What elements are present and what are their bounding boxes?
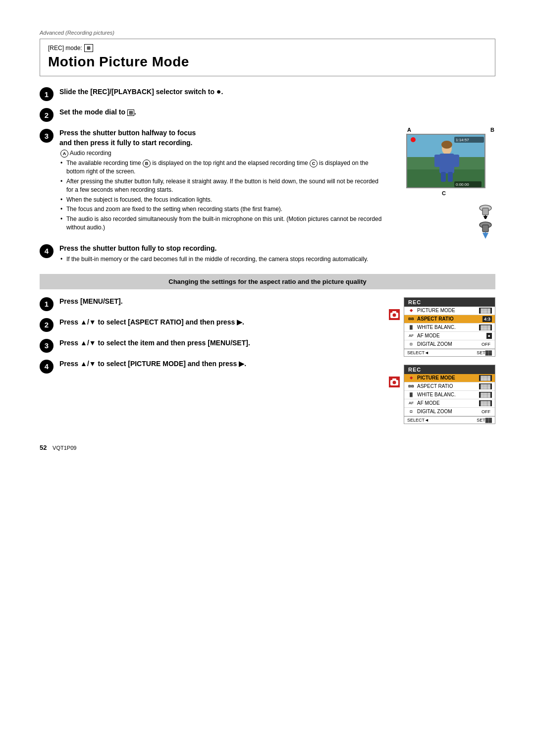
step-2: 2 Set the mode dial to ⊞. <box>40 108 495 122</box>
step-3-number: 3 <box>40 129 54 143</box>
step-2-number: 2 <box>40 108 54 122</box>
label-a: A <box>407 127 411 133</box>
page-subtitle: Advanced (Recording pictures) <box>40 30 495 36</box>
menu1-item-5: ◘ DIGITAL ZOOM OFF <box>404 340 495 349</box>
bottom-step-4-number: 4 <box>40 360 54 374</box>
bottom-step-3-number: 3 <box>40 339 54 353</box>
rec-mode-icon: ⊞ <box>84 44 93 52</box>
menu1-group: REC ◆ PICTURE MODE ▓▓▓ BB ASPECT RATIO 4… <box>389 297 495 357</box>
svg-point-25 <box>393 380 396 384</box>
svg-rect-7 <box>441 172 446 182</box>
menu2-item-5: ◘ DIGITAL ZOOM OFF <box>404 408 495 416</box>
step-3-section: 3 Press the shutter button halfway to fo… <box>40 129 495 240</box>
svg-rect-5 <box>434 155 440 167</box>
step-3-content: Press the shutter button halfway to focu… <box>59 129 386 233</box>
svg-point-10 <box>411 137 416 142</box>
step-3-sub: and then press it fully to start recordi… <box>59 139 386 147</box>
step-4-notes: If the built-in memory or the card becom… <box>59 255 495 264</box>
menu1-cam-icon <box>389 309 400 320</box>
menu2-mockup: REC ◆ PICTURE MODE ▓▓▓ BB ASPECT RATIO ▓… <box>404 365 495 424</box>
step-4: 4 Press the shutter button fully to stop… <box>40 244 495 265</box>
svg-rect-8 <box>448 172 453 182</box>
title-box: [REC] mode: ⊞ Motion Picture Mode <box>40 39 495 76</box>
svg-rect-23 <box>392 311 396 313</box>
step-2-text: Set the mode dial to ⊞. <box>59 108 495 116</box>
mode-dial-icon: ⊞ <box>127 109 134 116</box>
shutter-full-icon <box>476 221 495 239</box>
bottom-step-2-number: 2 <box>40 318 54 332</box>
settings-banner: Changing the settings for the aspect rat… <box>40 274 495 289</box>
step-1-content: Slide the [REC]/[PLAYBACK] selector swit… <box>59 87 495 98</box>
menu1-item-3: ▓ WHITE BALANC. ▓▓▓ <box>404 324 495 332</box>
shutter-icons <box>476 204 495 239</box>
page-number: 52 <box>40 444 47 451</box>
step-1-text: Slide the [REC]/[PLAYBACK] selector swit… <box>59 87 495 96</box>
bottom-step-3-content: Press ▲/▼ to select the item and then pr… <box>59 339 379 349</box>
bottom-step-2-text: Press ▲/▼ to select [ASPECT RATIO] and t… <box>59 318 379 326</box>
shutter-half-icon <box>476 204 495 219</box>
step-4-content: Press the shutter button fully to stop r… <box>59 244 495 265</box>
label-b: B <box>490 127 494 133</box>
menu2-footer: SELECT◄ SET▓▓ <box>404 416 495 424</box>
menu2-header: REC <box>404 365 495 374</box>
bottom-step-4: 4 Press ▲/▼ to select [PICTURE MODE] and… <box>40 360 379 374</box>
menu1-footer: SELECT◄ SET▓▓ <box>404 349 495 356</box>
note-5: The audio is also recorded simultaneousl… <box>59 215 386 232</box>
menu2-group: REC ◆ PICTURE MODE ▓▓▓ BB ASPECT RATIO ▓… <box>389 365 495 424</box>
step-3: 3 Press the shutter button halfway to fo… <box>40 129 386 233</box>
note-1: The available recording time B is displa… <box>59 159 386 176</box>
menu2-item-2: BB ASPECT RATIO ▓▓▓ <box>404 382 495 391</box>
bottom-step-4-text: Press ▲/▼ to select [PICTURE MODE] and t… <box>59 360 379 368</box>
camera-illustration: A B <box>396 129 495 240</box>
menu1-item-2: BB ASPECT RATIO 4:3 <box>404 315 495 324</box>
step-1-number: 1 <box>40 87 54 101</box>
rec-mode-line: [REC] mode: ⊞ <box>48 44 487 52</box>
note-2: After pressing the shutter button fully,… <box>59 177 386 194</box>
menu2-item-1: ◆ PICTURE MODE ▓▓▓ <box>404 374 495 382</box>
bottom-step-3: 3 Press ▲/▼ to select the item and then … <box>40 339 379 353</box>
bottom-step-1-number: 1 <box>40 297 54 311</box>
menu2-item-4: AF AF MODE ▓▓▓ <box>404 399 495 408</box>
step-3-left: 3 Press the shutter button halfway to fo… <box>40 129 386 240</box>
note-audio-label: A Audio recording <box>59 150 386 158</box>
step-3-notes: A Audio recording The available recordin… <box>59 150 386 232</box>
svg-text:0:00:00: 0:00:00 <box>456 182 469 187</box>
menu1-item-4: AF AF MODE ● <box>404 332 495 340</box>
bottom-step-1-content: Press [MENU/SET]. <box>59 297 379 307</box>
menu1-mockup: REC ◆ PICTURE MODE ▓▓▓ BB ASPECT RATIO 4… <box>404 297 495 357</box>
menu2-item-3: ▓ WHITE BALANC. ▓▓▓ <box>404 391 495 399</box>
step-2-content: Set the mode dial to ⊞. <box>59 108 495 118</box>
svg-rect-6 <box>453 155 459 167</box>
bottom-steps: 1 Press [MENU/SET]. 2 Press ▲/▼ to selec… <box>40 297 495 424</box>
page-title: Motion Picture Mode <box>48 54 487 70</box>
note-4: The focus and zoom are fixed to the sett… <box>59 205 386 214</box>
right-screens: REC ◆ PICTURE MODE ▓▓▓ BB ASPECT RATIO 4… <box>389 297 495 424</box>
menu2-cam-icon <box>389 377 400 387</box>
bottom-steps-left: 1 Press [MENU/SET]. 2 Press ▲/▼ to selec… <box>40 297 379 424</box>
note-3: When the subject is focused, the focus i… <box>59 196 386 204</box>
bottom-step-4-content: Press ▲/▼ to select [PICTURE MODE] and t… <box>59 360 379 370</box>
svg-point-9 <box>441 141 452 149</box>
svg-text:1:14:57: 1:14:57 <box>456 138 469 142</box>
step-1: 1 Slide the [REC]/[PLAYBACK] selector sw… <box>40 87 495 101</box>
bottom-step-1-text: Press [MENU/SET]. <box>59 297 379 305</box>
camera-wrapper: A B <box>406 134 495 188</box>
svg-point-22 <box>393 313 396 317</box>
label-c: C <box>442 190 446 196</box>
page-code: VQT1P09 <box>53 445 76 451</box>
step-4-main: Press the shutter button fully to stop r… <box>59 244 495 252</box>
step-4-note-1: If the built-in memory or the card becom… <box>59 255 495 264</box>
step-3-main: Press the shutter button halfway to focu… <box>59 129 386 137</box>
menu1-header: REC <box>404 298 495 307</box>
page-footer: 52 VQT1P09 <box>40 444 495 451</box>
step-4-number: 4 <box>40 244 54 258</box>
bottom-step-3-text: Press ▲/▼ to select the item and then pr… <box>59 339 379 347</box>
menu1-item-1: ◆ PICTURE MODE ▓▓▓ <box>404 307 495 315</box>
svg-rect-19 <box>482 225 488 232</box>
bottom-step-2: 2 Press ▲/▼ to select [ASPECT RATIO] and… <box>40 318 379 332</box>
svg-rect-16 <box>482 208 488 215</box>
svg-rect-4 <box>439 154 454 173</box>
camera-screen: 1:14:57 0:00:00 <box>406 134 485 188</box>
rec-mode-text: [REC] mode: <box>48 45 82 52</box>
svg-rect-26 <box>392 378 396 380</box>
